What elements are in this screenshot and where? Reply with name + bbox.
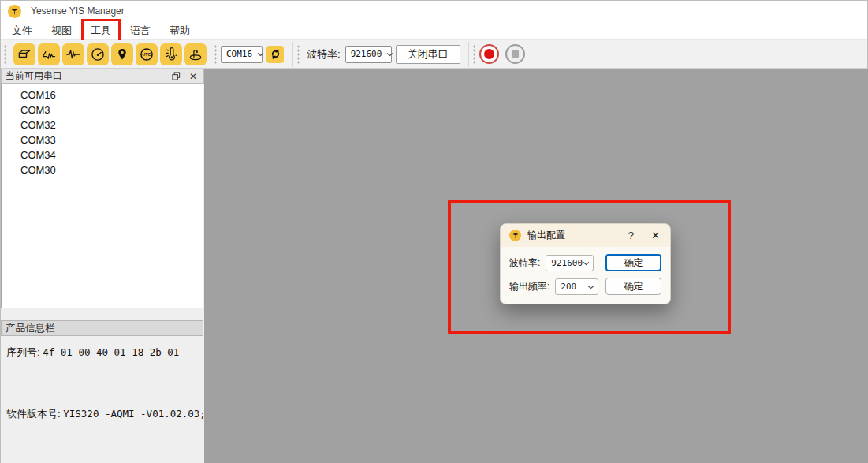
- utc-clock-icon: UTC: [139, 47, 155, 62]
- app-window: Yesense YIS Manager 文件 视图 工具 语言 帮助: [0, 0, 868, 463]
- software-version-line: 软件版本号: YIS320 -AQMI -V01.02.03;: [6, 407, 206, 421]
- baud-combobox-value: 921600: [351, 49, 382, 59]
- toolbar: UTC: [1, 40, 867, 69]
- 3d-box-button[interactable]: [13, 43, 35, 65]
- dialog-close-button[interactable]: ✕: [650, 230, 661, 241]
- dialog-frequency-label: 输出频率:: [509, 280, 549, 293]
- app-title: Yesense YIS Manager: [31, 6, 125, 17]
- port-list-item[interactable]: COM16: [2, 88, 203, 103]
- pulse-waveform-icon: [65, 47, 81, 62]
- serial-port-list: COM16 COM3 COM32 COM33 COM34 COM30: [1, 84, 203, 308]
- port-combobox-value: COM16: [226, 49, 252, 59]
- pressure-sensor-icon: [188, 47, 203, 62]
- port-list-item[interactable]: COM34: [2, 147, 203, 162]
- serial-number-label: 序列号:: [6, 346, 40, 358]
- stop-icon: [512, 50, 519, 58]
- svg-text:UTC: UTC: [143, 52, 151, 57]
- toolbar-grip[interactable]: [296, 45, 300, 64]
- chevron-down-icon: [382, 49, 393, 59]
- float-panel-button[interactable]: [170, 71, 182, 82]
- menu-file[interactable]: 文件: [6, 22, 39, 39]
- location-button[interactable]: [111, 43, 133, 65]
- chevron-down-icon: [583, 258, 590, 268]
- pulse-waveform-button[interactable]: [62, 43, 84, 65]
- location-pin-icon: [115, 47, 129, 62]
- dialog-baud-label: 波特率:: [509, 256, 540, 270]
- serial-number-value: 4f 01 00 40 01 18 2b 01: [43, 346, 179, 358]
- toolbar-separator: [468, 42, 469, 67]
- thermometer-button[interactable]: [160, 43, 182, 65]
- toolbar-grip[interactable]: [3, 45, 7, 64]
- dialog-frequency-row: 输出频率: 200 确定: [509, 278, 661, 295]
- menu-tools[interactable]: 工具: [84, 22, 117, 39]
- menu-bar: 文件 视图 工具 语言 帮助: [1, 21, 867, 40]
- chevron-down-icon: [252, 49, 264, 59]
- close-panel-icon[interactable]: ✕: [187, 71, 199, 82]
- port-list-item[interactable]: COM32: [2, 118, 203, 133]
- dialog-title-bar[interactable]: 输出配置 ? ✕: [501, 224, 670, 247]
- product-info-header: 产品信息栏: [1, 320, 203, 336]
- close-port-button[interactable]: 关闭串口: [396, 45, 460, 64]
- port-list-item[interactable]: COM30: [2, 162, 203, 177]
- toolbar-grip[interactable]: [214, 45, 218, 64]
- thermometer-icon: [163, 47, 179, 62]
- dialog-frequency-ok-button[interactable]: 确定: [605, 278, 661, 295]
- chevron-down-icon: [587, 282, 594, 292]
- toolbar-separator: [292, 42, 293, 67]
- product-info-body: 序列号: 4f 01 00 40 01 18 2b 01 软件版本号: YIS3…: [1, 336, 203, 463]
- record-icon: [484, 49, 494, 59]
- software-version-value: YIS320 -AQMI -V01.02.03;: [63, 408, 206, 420]
- serial-number-line: 序列号: 4f 01 00 40 01 18 2b 01: [6, 345, 179, 360]
- dialog-baud-value: 921600: [551, 258, 583, 268]
- left-dock: 当前可用串口 ✕ COM16 COM3 COM32 COM33 COM34 CO…: [1, 69, 204, 463]
- dialog-help-button[interactable]: ?: [624, 230, 639, 241]
- dialog-baud-ok-button[interactable]: 确定: [605, 254, 661, 271]
- title-bar: Yesense YIS Manager: [1, 1, 867, 21]
- product-info-title: 产品信息栏: [6, 322, 55, 335]
- dialog-title: 输出配置: [527, 229, 565, 242]
- record-button[interactable]: [479, 44, 499, 64]
- baud-rate-label: 波特率:: [307, 47, 341, 62]
- ports-panel-title: 当前可用串口: [6, 69, 62, 83]
- angle-waveform-icon: [41, 47, 57, 62]
- toolbar-grip[interactable]: [472, 45, 476, 64]
- software-version-label: 软件版本号:: [6, 408, 61, 420]
- refresh-ports-icon: [270, 48, 281, 60]
- toolbar-separator: [210, 42, 210, 67]
- port-list-item[interactable]: COM33: [2, 133, 203, 147]
- refresh-ports-button[interactable]: [266, 46, 284, 63]
- pressure-sensor-button[interactable]: [184, 43, 207, 65]
- menu-view[interactable]: 视图: [45, 22, 78, 39]
- port-combobox[interactable]: COM16: [221, 46, 263, 63]
- yesense-logo-icon: [509, 230, 521, 241]
- gauge-button[interactable]: [87, 43, 109, 65]
- output-config-dialog: 输出配置 ? ✕ 波特率: 921600 确定 输出频率: 200: [500, 223, 671, 304]
- ports-panel-header: 当前可用串口 ✕: [1, 69, 204, 84]
- baud-combobox[interactable]: 921600: [345, 46, 392, 63]
- menu-language[interactable]: 语言: [124, 22, 157, 39]
- dialog-baud-combobox[interactable]: 921600: [546, 255, 594, 271]
- stop-button[interactable]: [505, 44, 525, 64]
- dialog-frequency-combobox[interactable]: 200: [555, 278, 598, 295]
- utc-clock-button[interactable]: UTC: [136, 43, 158, 65]
- angle-waveform-button[interactable]: [38, 43, 60, 65]
- dialog-baud-row: 波特率: 921600 确定: [509, 254, 661, 271]
- port-list-item[interactable]: COM3: [2, 103, 203, 118]
- menu-help[interactable]: 帮助: [163, 22, 196, 39]
- dialog-frequency-value: 200: [561, 282, 576, 292]
- yesense-logo-icon: [8, 5, 21, 18]
- gauge-icon: [90, 47, 106, 62]
- 3d-box-icon: [17, 47, 32, 62]
